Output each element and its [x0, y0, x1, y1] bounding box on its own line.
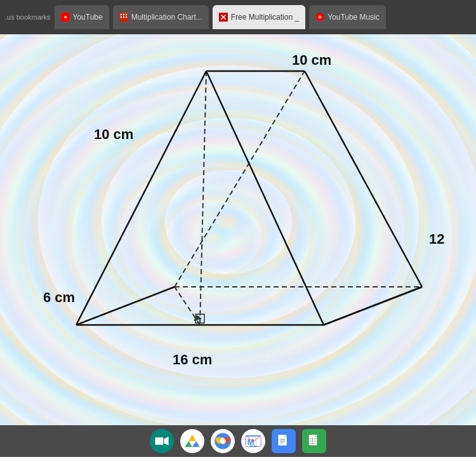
tab-yt-music-label: YouTube Music	[327, 13, 380, 22]
gmail-icon-button[interactable]: M	[241, 429, 265, 453]
svg-rect-6	[120, 17, 121, 18]
svg-line-27	[324, 287, 422, 325]
tab-youtube[interactable]: YouTube	[55, 5, 109, 29]
svg-line-24	[305, 71, 422, 287]
svg-marker-37	[192, 441, 200, 447]
tab-free-mult-label: Free Multiplication _	[231, 13, 299, 22]
tab-youtube-music[interactable]: YouTube Music	[309, 5, 386, 29]
svg-rect-7	[123, 17, 124, 18]
svg-text:M: M	[248, 437, 255, 447]
chrome-icon	[214, 432, 232, 450]
svg-point-14	[319, 17, 321, 18]
bookmarks-label: .us bookmarks	[5, 13, 51, 21]
label-left: 6 cm	[43, 289, 75, 305]
tab-mult-chart-label: Multiplication Chart...	[131, 13, 202, 22]
label-bottom: 16 cm	[173, 352, 212, 367]
free-mult-icon	[219, 13, 228, 22]
label-top-right: 10 cm	[292, 52, 331, 68]
svg-point-40	[220, 438, 225, 444]
tab-youtube-label: YouTube	[73, 13, 103, 22]
drive-icon	[183, 432, 201, 450]
svg-marker-35	[188, 435, 196, 442]
geometry-diagram: 10 cm 10 cm 12 cm 6 cm 16 cm	[25, 47, 444, 402]
taskbar: M	[0, 425, 476, 457]
svg-rect-5	[126, 14, 127, 15]
docs-icon	[277, 434, 291, 448]
svg-rect-3	[120, 14, 121, 15]
svg-marker-36	[185, 441, 192, 447]
svg-rect-8	[126, 17, 127, 18]
svg-line-28	[76, 287, 175, 325]
label-right: 12 cm	[429, 231, 444, 247]
chrome-icon-button[interactable]	[211, 429, 235, 453]
gmail-icon: M	[244, 432, 262, 450]
mult-chart-icon	[119, 13, 128, 22]
meet-icon-button[interactable]	[150, 429, 174, 453]
sheets-icon-button[interactable]	[302, 429, 326, 453]
bookmarks-bar-item[interactable]: .us bookmarks	[5, 13, 51, 21]
youtube-icon	[61, 13, 70, 22]
svg-line-22	[206, 71, 324, 325]
tab-multiplication-chart[interactable]: Multiplication Chart...	[113, 5, 209, 29]
youtube-music-icon	[315, 13, 324, 22]
svg-rect-32	[155, 437, 164, 445]
svg-line-17	[175, 71, 305, 287]
meet-icon	[153, 432, 171, 450]
sheets-icon	[307, 434, 321, 448]
browser-tab-bar: .us bookmarks YouTube Multiplication Cha…	[0, 0, 476, 34]
drive-icon-button[interactable]	[180, 429, 204, 453]
docs-icon-button[interactable]	[272, 429, 296, 453]
main-content: 10 cm 10 cm 12 cm 6 cm 16 cm	[0, 34, 476, 425]
label-top-left: 10 cm	[94, 126, 133, 142]
svg-rect-4	[123, 14, 124, 15]
tab-free-multiplication[interactable]: Free Multiplication _	[213, 5, 305, 29]
